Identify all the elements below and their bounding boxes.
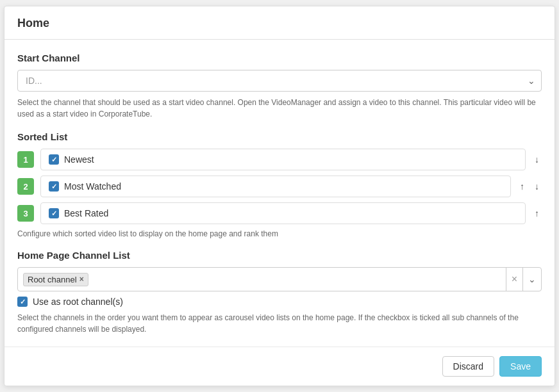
- channel-select-actions: × ⌄: [506, 268, 541, 291]
- channel-select-wrapper[interactable]: Root channel × × ⌄: [17, 267, 542, 291]
- sorted-item-label-mostwatched: Most Watched: [40, 176, 511, 197]
- dialog-header: Home: [4, 6, 555, 40]
- channel-chevron-icon[interactable]: ⌄: [523, 268, 541, 291]
- start-channel-select-wrapper: ID... ⌄: [17, 70, 542, 92]
- sorted-item-label-newest: Newest: [40, 149, 526, 170]
- sorted-item-number-3: 3: [17, 205, 34, 222]
- channel-tag-root-label: Root channel: [28, 275, 77, 284]
- dialog-footer: Discard Save: [4, 347, 555, 386]
- save-button[interactable]: Save: [499, 356, 542, 377]
- sorted-item-checkbox-bestrated[interactable]: [49, 208, 59, 218]
- sorted-item-mostwatched: 2 Most Watched ↑ ↓: [17, 176, 542, 197]
- start-channel-hint: Select the channel that should be used a…: [17, 97, 542, 120]
- sorted-item-name-bestrated: Best Rated: [64, 208, 108, 218]
- sorted-item-checkbox-newest[interactable]: [49, 154, 59, 165]
- home-settings-dialog: Home Start Channel ID... ⌄ Select the ch…: [4, 6, 555, 386]
- sorted-list-title: Sorted List: [17, 131, 542, 142]
- sorted-item-name-newest: Newest: [64, 154, 94, 165]
- sorted-item-arrows-newest: ↓: [532, 153, 542, 166]
- use-root-channel-checkbox[interactable]: [17, 297, 28, 307]
- sorted-list-section: Sorted List 1 Newest ↓: [17, 131, 542, 238]
- sorted-item-number-2: 2: [17, 178, 34, 195]
- sorted-item-newest: 1 Newest ↓: [17, 149, 542, 170]
- sorted-item-up-bestrated[interactable]: ↑: [532, 207, 542, 220]
- start-channel-title: Start Channel: [17, 53, 542, 63]
- channel-list-section: Home Page Channel List Root channel × × …: [17, 250, 542, 335]
- sorted-item-label-bestrated: Best Rated: [40, 202, 526, 224]
- dialog-title: Home: [17, 17, 542, 30]
- sorted-item-bestrated: 3 Best Rated ↑: [17, 202, 542, 224]
- sorted-list-hint: Configure which sorted video list to dis…: [17, 229, 542, 238]
- channel-list-hint: Select the channels in the order you wan…: [17, 312, 542, 335]
- sorted-item-up-mostwatched[interactable]: ↑: [517, 180, 527, 193]
- channel-tag-root-remove[interactable]: ×: [79, 275, 84, 284]
- start-channel-select[interactable]: ID...: [17, 70, 542, 92]
- sorted-list-items: 1 Newest ↓ 2: [17, 149, 542, 224]
- dialog-body: Start Channel ID... ⌄ Select the channel…: [4, 40, 555, 335]
- channel-list-title: Home Page Channel List: [17, 250, 542, 261]
- channel-tag-root: Root channel ×: [23, 273, 88, 286]
- discard-button[interactable]: Discard: [442, 356, 494, 377]
- sorted-item-name-mostwatched: Most Watched: [64, 181, 121, 192]
- sorted-item-down-newest[interactable]: ↓: [532, 153, 542, 166]
- use-root-channel-row: Use as root channel(s): [17, 297, 542, 307]
- channel-clear-icon[interactable]: ×: [506, 268, 523, 291]
- sorted-item-number-1: 1: [17, 151, 34, 168]
- sorted-item-arrows-mostwatched: ↑ ↓: [517, 180, 542, 193]
- sorted-item-down-mostwatched[interactable]: ↓: [532, 180, 542, 193]
- sorted-item-checkbox-mostwatched[interactable]: [49, 181, 59, 192]
- start-channel-section: Start Channel ID... ⌄ Select the channel…: [17, 53, 542, 120]
- sorted-item-arrows-bestrated: ↑: [532, 207, 542, 220]
- use-root-channel-label: Use as root channel(s): [33, 297, 123, 307]
